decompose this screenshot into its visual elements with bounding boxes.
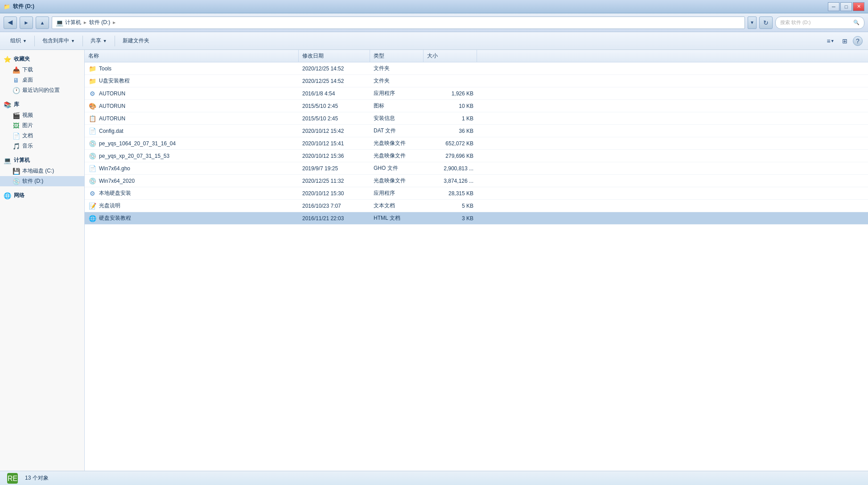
organize-button[interactable]: 组织 ▼ xyxy=(5,34,32,48)
table-row[interactable]: 📄 Config.dat 2020/10/12 15:42 DAT 文件 36 … xyxy=(85,125,868,137)
view-icon: ≡ xyxy=(827,37,830,45)
network-label: 网络 xyxy=(14,192,25,199)
file-cell-type: GHO 文件 xyxy=(370,162,424,174)
video-label: 视频 xyxy=(22,111,33,119)
close-button[interactable]: ✕ xyxy=(853,2,864,11)
sidebar-item-downloads[interactable]: 📥 下载 xyxy=(0,65,84,75)
search-bar[interactable]: 搜索 软件 (D:) 🔍 xyxy=(775,16,864,29)
file-cell-name: ⚙ 本地硬盘安装 xyxy=(85,187,299,199)
sidebar-item-video[interactable]: 🎬 视频 xyxy=(0,110,84,120)
up-button[interactable]: ▲ xyxy=(36,16,49,29)
favorites-label: 收藏夹 xyxy=(14,55,30,63)
video-icon: 🎬 xyxy=(12,112,20,119)
toolbar-divider-3 xyxy=(115,36,115,46)
sidebar-item-desktop[interactable]: 🖥 桌面 xyxy=(0,75,84,85)
table-row[interactable]: 💿 Win7x64_2020 2020/12/25 11:32 光盘映像文件 3… xyxy=(85,175,868,187)
sidebar-group-computer[interactable]: 💻 计算机 xyxy=(0,155,84,166)
toolbar-right: ≡ ▼ ⊞ ? xyxy=(824,35,863,47)
computer-icon: 💻 xyxy=(4,157,11,164)
file-cell-size xyxy=(424,75,477,87)
table-row[interactable]: 📋 AUTORUN 2015/5/10 2:45 安装信息 1 KB xyxy=(85,112,868,125)
address-dropdown[interactable]: ▼ xyxy=(748,16,757,29)
file-name: Tools xyxy=(99,66,111,72)
file-cell-size: 1,926 KB xyxy=(424,87,477,99)
image-icon: 🖼 xyxy=(12,122,20,129)
file-cell-name: 📁 Tools xyxy=(85,62,299,74)
table-row[interactable]: 📁 Tools 2020/12/25 14:52 文件夹 xyxy=(85,62,868,75)
file-icon: 💿 xyxy=(88,140,96,148)
file-icon: 📄 xyxy=(88,164,96,173)
file-cell-name: 🎨 AUTORUN xyxy=(85,100,299,112)
toolbar-divider-1 xyxy=(34,36,35,46)
sidebar-section-network: 🌐 网络 xyxy=(0,190,84,201)
sidebar-item-d-drive[interactable]: 💿 软件 (D:) xyxy=(0,176,84,186)
file-list[interactable]: 📁 Tools 2020/12/25 14:52 文件夹 📁 U盘安装教程 20… xyxy=(85,62,868,471)
share-label: 共享 xyxy=(91,37,101,45)
file-cell-type: 应用程序 xyxy=(370,87,424,99)
include-library-button[interactable]: 包含到库中 ▼ xyxy=(37,34,80,48)
file-icon: 📋 xyxy=(88,115,96,123)
share-button[interactable]: 共享 ▼ xyxy=(86,34,112,48)
col-header-name[interactable]: 名称 xyxy=(85,50,299,62)
table-row[interactable]: 📝 光盘说明 2016/10/23 7:07 文本文档 5 KB xyxy=(85,200,868,212)
desktop-icon: 🖥 xyxy=(12,77,20,84)
computer-label: 计算机 xyxy=(14,156,30,164)
file-icon: ⚙ xyxy=(88,90,96,98)
col-header-type[interactable]: 类型 xyxy=(370,50,424,62)
breadcrumb-drive[interactable]: 软件 (D:) xyxy=(89,19,110,26)
layout-button[interactable]: ⊞ xyxy=(839,35,851,47)
help-button[interactable]: ? xyxy=(853,36,863,46)
maximize-button[interactable]: □ xyxy=(840,2,852,11)
minimize-button[interactable]: ─ xyxy=(828,2,839,11)
table-row[interactable]: 💿 pe_yqs_1064_20_07_31_16_04 2020/10/12 … xyxy=(85,137,868,150)
sidebar-group-network[interactable]: 🌐 网络 xyxy=(0,190,84,201)
music-label: 音乐 xyxy=(22,142,33,150)
refresh-button[interactable]: ↻ xyxy=(759,16,773,29)
file-cell-name: 📄 Config.dat xyxy=(85,125,299,137)
sidebar-item-recent[interactable]: 🕐 最近访问的位置 xyxy=(0,85,84,95)
file-cell-type: HTML 文档 xyxy=(370,212,424,224)
breadcrumb-computer[interactable]: 计算机 xyxy=(65,19,81,26)
sidebar-group-favorites[interactable]: ⭐ 收藏夹 xyxy=(0,53,84,65)
col-header-size[interactable]: 大小 xyxy=(424,50,477,62)
desktop-label: 桌面 xyxy=(22,76,33,84)
table-row[interactable]: 📁 U盘安装教程 2020/12/25 14:52 文件夹 xyxy=(85,75,868,87)
sidebar-group-library[interactable]: 📚 库 xyxy=(0,99,84,110)
file-name: Win7x64.gho xyxy=(99,165,130,172)
file-cell-type: 文件夹 xyxy=(370,62,424,74)
sidebar: ⭐ 收藏夹 📥 下载 🖥 桌面 🕐 最近访问的位置 📚 库 xyxy=(0,50,85,471)
sidebar-section-library: 📚 库 🎬 视频 🖼 图片 📄 文档 🎵 音乐 xyxy=(0,99,84,151)
sidebar-item-music[interactable]: 🎵 音乐 xyxy=(0,141,84,151)
file-icon: 💿 xyxy=(88,152,96,160)
table-row[interactable]: 💿 pe_yqs_xp_20_07_31_15_53 2020/10/12 15… xyxy=(85,150,868,162)
c-drive-label: 本地磁盘 (C:) xyxy=(22,167,54,175)
file-icon: 🎨 xyxy=(88,102,96,110)
file-name: pe_yqs_1064_20_07_31_16_04 xyxy=(99,140,176,147)
file-cell-type: 文件夹 xyxy=(370,75,424,87)
file-cell-date: 2016/10/23 7:07 xyxy=(299,200,370,212)
breadcrumb-sep-1: ► xyxy=(83,20,87,25)
window-title: 软件 (D:) xyxy=(13,3,34,10)
share-dropdown-icon: ▼ xyxy=(103,39,107,43)
file-cell-type: 文本文档 xyxy=(370,200,424,212)
table-row[interactable]: 🎨 AUTORUN 2015/5/10 2:45 图标 10 KB xyxy=(85,100,868,112)
new-folder-button[interactable]: 新建文件夹 xyxy=(118,34,154,48)
sidebar-section-computer: 💻 计算机 💾 本地磁盘 (C:) 💿 软件 (D:) xyxy=(0,155,84,186)
table-row[interactable]: 📄 Win7x64.gho 2019/9/7 19:25 GHO 文件 2,90… xyxy=(85,162,868,175)
sidebar-item-image[interactable]: 🖼 图片 xyxy=(0,120,84,131)
window-icon: 📁 xyxy=(4,4,10,10)
table-row[interactable]: ⚙ AUTORUN 2016/1/8 4:54 应用程序 1,926 KB xyxy=(85,87,868,100)
col-header-date[interactable]: 修改日期 xyxy=(299,50,370,62)
table-row[interactable]: ⚙ 本地硬盘安装 2020/10/12 15:30 应用程序 28,315 KB xyxy=(85,187,868,200)
sidebar-item-c-drive[interactable]: 💾 本地磁盘 (C:) xyxy=(0,166,84,176)
file-name: 光盘说明 xyxy=(99,202,120,210)
table-row[interactable]: 🌐 硬盘安装教程 2016/11/21 22:03 HTML 文档 3 KB xyxy=(85,212,868,225)
view-button[interactable]: ≡ ▼ xyxy=(824,35,837,47)
network-icon: 🌐 xyxy=(4,192,11,199)
file-cell-date: 2020/10/12 15:42 xyxy=(299,125,370,137)
file-cell-name: 💿 Win7x64_2020 xyxy=(85,175,299,187)
back-button[interactable]: ◄ xyxy=(4,16,17,29)
sidebar-item-doc[interactable]: 📄 文档 xyxy=(0,131,84,141)
forward-button[interactable]: ► xyxy=(20,16,33,29)
file-name: 硬盘安装教程 xyxy=(99,214,131,222)
